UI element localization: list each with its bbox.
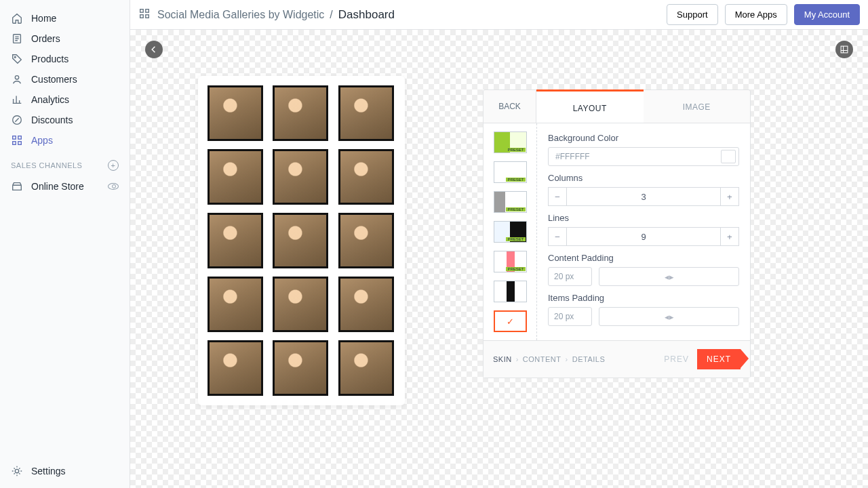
sidebar-label: Products — [31, 54, 68, 64]
discount-icon — [11, 114, 23, 126]
sidebar-label: Settings — [31, 466, 66, 476]
gallery-thumb[interactable] — [273, 340, 328, 396]
items-padding-input[interactable]: 20 px — [548, 307, 592, 326]
decrement-button[interactable]: − — [548, 187, 567, 206]
sidebar-item-settings[interactable]: Settings — [0, 461, 130, 488]
back-button[interactable] — [145, 41, 163, 58]
svg-rect-13 — [841, 46, 848, 53]
svg-rect-5 — [18, 136, 22, 140]
preset-swatch[interactable]: PRESET — [494, 251, 527, 272]
sidebar-item-home[interactable]: Home — [0, 8, 130, 28]
gear-icon — [11, 465, 23, 477]
svg-point-1 — [14, 56, 16, 58]
preset-swatch[interactable]: PRESET — [494, 161, 527, 183]
gallery-thumb[interactable] — [273, 149, 328, 205]
preset-swatch[interactable] — [494, 281, 527, 302]
gallery-thumb[interactable] — [338, 340, 394, 396]
store-icon — [11, 180, 23, 192]
svg-rect-7 — [18, 142, 22, 145]
tab-layout[interactable]: LAYOUT — [536, 89, 644, 123]
breadcrumb-app[interactable]: Social Media Galleries by Widgetic — [157, 9, 324, 21]
content-padding-slider[interactable]: ◂▸ — [599, 267, 739, 286]
tab-image[interactable]: IMAGE — [644, 90, 751, 123]
orders-icon — [11, 33, 23, 45]
gallery-thumb[interactable] — [208, 149, 263, 205]
prev-button[interactable]: PREV — [664, 354, 689, 364]
gallery-thumb[interactable] — [208, 340, 263, 396]
next-button[interactable]: NEXT — [697, 349, 741, 369]
gallery-thumb[interactable] — [338, 85, 394, 141]
increment-button[interactable]: + — [720, 187, 739, 206]
color-swatch[interactable] — [721, 150, 736, 163]
breadcrumb-sep: / — [330, 9, 332, 21]
svg-point-2 — [15, 76, 18, 79]
sidebar-item-online-store[interactable]: Online Store — [0, 176, 130, 197]
svg-rect-11 — [140, 15, 144, 18]
more-apps-button[interactable]: More Apps — [725, 4, 787, 25]
gallery-thumb[interactable] — [273, 213, 328, 268]
topbar: Social Media Galleries by Widgetic / Das… — [130, 0, 868, 30]
preset-column: PRESET PRESET PRESET PRESET PRESET ✓ — [484, 123, 537, 340]
sidebar-label: Apps — [31, 135, 53, 146]
my-account-button[interactable]: My Account — [794, 4, 860, 25]
content-padding-input[interactable]: 20 px — [548, 267, 592, 286]
gallery-thumb[interactable] — [208, 277, 263, 332]
sidebar-item-apps[interactable]: Apps — [0, 130, 130, 150]
bg-color-input[interactable]: #FFFFFF — [548, 147, 739, 166]
sidebar-item-products[interactable]: Products — [0, 49, 130, 69]
panel-back-button[interactable]: BACK — [484, 90, 536, 123]
sidebar-label: Orders — [31, 33, 60, 44]
gallery-thumb[interactable] — [273, 85, 328, 141]
columns-label: Columns — [548, 173, 739, 183]
preset-swatch[interactable]: PRESET — [494, 191, 527, 213]
step-details[interactable]: DETAILS — [572, 355, 606, 363]
tag-icon — [11, 53, 23, 65]
svg-rect-4 — [13, 136, 16, 140]
decrement-button[interactable]: − — [548, 227, 567, 246]
svg-rect-6 — [13, 142, 16, 145]
increment-button[interactable]: + — [720, 227, 739, 246]
settings-panel: BACK LAYOUT IMAGE PRESET PRESET PRESET P… — [483, 89, 751, 378]
support-button[interactable]: Support — [667, 4, 718, 25]
section-label: SALES CHANNELS — [11, 161, 82, 169]
items-padding-label: Items Padding — [548, 293, 739, 303]
add-channel-icon[interactable]: + — [108, 160, 119, 171]
gallery-thumb[interactable] — [208, 85, 263, 141]
sidebar-label: Analytics — [31, 94, 69, 105]
apps-icon — [11, 134, 23, 146]
preset-swatch-selected[interactable]: ✓ — [494, 310, 527, 332]
breadcrumb-page: Dashboard — [338, 8, 395, 22]
lines-stepper: − 9 + — [548, 227, 739, 246]
visibility-icon[interactable] — [108, 183, 119, 190]
sidebar-section: SALES CHANNELS + — [0, 150, 130, 176]
svg-point-8 — [15, 469, 18, 472]
sidebar-item-discounts[interactable]: Discounts — [0, 110, 130, 130]
gallery-thumb[interactable] — [338, 277, 394, 332]
gallery-preview — [198, 76, 405, 405]
step-content[interactable]: CONTENT — [523, 355, 561, 363]
columns-value[interactable]: 3 — [567, 187, 720, 206]
preset-swatch[interactable]: PRESET — [494, 221, 527, 243]
lines-value[interactable]: 9 — [567, 227, 720, 246]
columns-stepper: − 3 + — [548, 187, 739, 206]
lines-label: Lines — [548, 213, 739, 223]
gallery-thumb[interactable] — [338, 213, 394, 268]
apps-icon — [138, 7, 151, 22]
step-skin[interactable]: SKIN — [493, 355, 512, 363]
sidebar-item-analytics[interactable]: Analytics — [0, 89, 130, 110]
sidebar-label: Discounts — [31, 115, 73, 125]
sidebar: Home Orders Products Customers Analytics… — [0, 0, 130, 488]
content-padding-label: Content Padding — [548, 253, 739, 263]
sidebar-label: Online Store — [31, 181, 84, 192]
items-padding-slider[interactable]: ◂▸ — [599, 307, 739, 326]
gallery-thumb[interactable] — [208, 213, 263, 268]
preset-swatch[interactable]: PRESET — [494, 131, 527, 153]
gallery-thumb[interactable] — [273, 277, 328, 332]
gallery-thumb[interactable] — [338, 149, 394, 205]
sidebar-item-orders[interactable]: Orders — [0, 28, 130, 49]
expand-button[interactable] — [835, 41, 853, 58]
breadcrumb: Social Media Galleries by Widgetic / Das… — [157, 8, 395, 22]
sidebar-item-customers[interactable]: Customers — [0, 69, 130, 89]
bg-color-label: Background Color — [548, 133, 739, 143]
svg-rect-12 — [146, 15, 149, 18]
